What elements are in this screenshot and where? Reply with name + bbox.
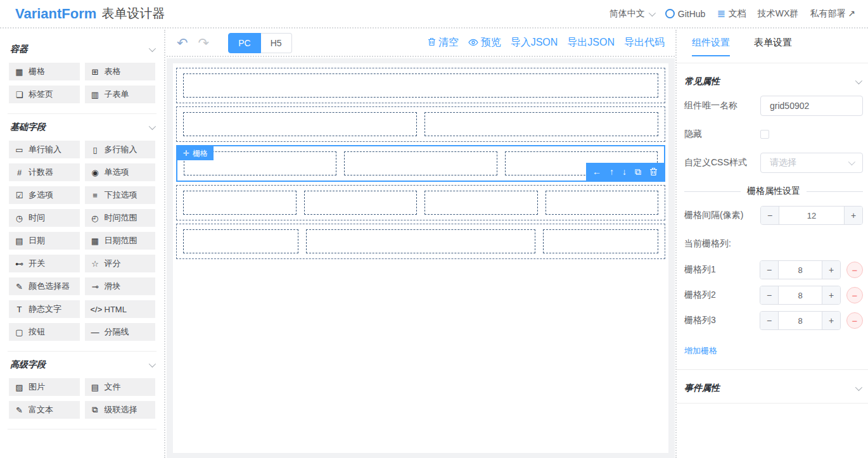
widget-item-textarea[interactable]: ▯多行输入 bbox=[85, 141, 156, 158]
app-header: VariantForm 表单设计器 简体中文 GitHub≣文档技术WX群私有部… bbox=[0, 0, 868, 29]
widget-item-time[interactable]: ◷时间 bbox=[9, 209, 80, 227]
grid-column[interactable] bbox=[543, 229, 658, 253]
widget-item-number[interactable]: #计数器 bbox=[9, 163, 80, 181]
widget-item-date-range[interactable]: ▦日期范围 bbox=[85, 232, 156, 250]
grid-icon: ▦ bbox=[15, 67, 24, 77]
undo-icon[interactable]: ↶ bbox=[177, 36, 188, 49]
grid-container-1[interactable] bbox=[176, 68, 665, 103]
grid-column[interactable] bbox=[546, 191, 659, 215]
toolbar-action-4[interactable]: 导出JSON bbox=[567, 36, 615, 49]
grid-container-2[interactable] bbox=[176, 106, 665, 142]
remove-col-button[interactable]: − bbox=[846, 312, 863, 329]
widget-item-select[interactable]: ≡下拉选项 bbox=[85, 186, 156, 204]
panel-divider bbox=[677, 63, 868, 63]
redo-icon[interactable]: ↷ bbox=[198, 36, 210, 49]
toolbar-action-label: 导出JSON bbox=[567, 36, 615, 49]
section-header-1[interactable]: 容器 bbox=[10, 42, 154, 56]
docs-icon: ≣ bbox=[717, 9, 725, 19]
widget-item-cascader[interactable]: ⧉级联选择 bbox=[85, 401, 156, 419]
selected-widget-tag[interactable]: ✛栅格 bbox=[177, 146, 214, 160]
widget-item-slider[interactable]: ⊸滑块 bbox=[85, 277, 156, 295]
increase-button[interactable]: + bbox=[822, 312, 840, 329]
widget-item-time-range[interactable]: ◴时间范围 bbox=[85, 209, 156, 227]
widget-item-static-text[interactable]: T静态文字 bbox=[9, 300, 80, 318]
unique-name-input[interactable] bbox=[760, 96, 863, 116]
form-canvas[interactable]: ✛栅格←↑↓⧉ bbox=[173, 63, 668, 453]
grid-column[interactable] bbox=[183, 191, 297, 215]
device-tab-h5[interactable]: H5 bbox=[261, 33, 292, 53]
widget-item-switch[interactable]: ⊷开关 bbox=[9, 255, 80, 272]
grid-column[interactable] bbox=[424, 112, 658, 136]
date-icon: ▤ bbox=[15, 236, 24, 246]
widget-item-table[interactable]: ⊞表格 bbox=[85, 63, 156, 80]
toolbar-action-2[interactable]: 预览 bbox=[468, 36, 501, 49]
widget-item-label: 时间范围 bbox=[105, 212, 137, 224]
grid-column[interactable] bbox=[183, 112, 417, 136]
tab-form-settings[interactable]: 表单设置 bbox=[754, 30, 792, 56]
panel-divider bbox=[677, 369, 868, 370]
remove-col-button[interactable]: − bbox=[846, 287, 863, 303]
hidden-checkbox[interactable] bbox=[760, 130, 769, 139]
toolbar-action-3[interactable]: 导入JSON bbox=[511, 36, 558, 49]
grid-container-4[interactable] bbox=[176, 185, 665, 220]
widget-item-checkbox[interactable]: ☑多选项 bbox=[9, 186, 80, 204]
widget-item-input[interactable]: ▭单行输入 bbox=[9, 141, 80, 158]
trash-icon[interactable] bbox=[649, 167, 658, 176]
tab-widget-settings[interactable]: 组件设置 bbox=[692, 30, 730, 56]
section-header-3[interactable]: 高级字段 bbox=[10, 358, 154, 372]
grid-column[interactable] bbox=[424, 191, 538, 215]
panel-divider bbox=[677, 403, 868, 404]
grid-column[interactable] bbox=[344, 151, 497, 175]
grid-props-divider: 栅格属性设置 bbox=[684, 186, 863, 197]
custom-css-select[interactable]: 请选择 bbox=[760, 153, 863, 173]
device-tab-pc[interactable]: PC bbox=[228, 33, 260, 53]
common-props-header[interactable]: 常见属性 bbox=[684, 76, 860, 87]
event-props-header[interactable]: 事件属性 bbox=[684, 383, 860, 394]
decrease-button[interactable]: − bbox=[760, 286, 779, 304]
grid-column[interactable] bbox=[306, 229, 535, 253]
widget-item-divider[interactable]: —分隔线 bbox=[85, 323, 156, 341]
nav-link-3[interactable]: 技术WX群 bbox=[758, 8, 799, 20]
nav-link-4[interactable]: 私有部署 ↗ bbox=[810, 8, 855, 20]
gutter-value[interactable]: 12 bbox=[779, 207, 844, 224]
increase-button[interactable]: + bbox=[822, 261, 840, 279]
gutter-decrease-button[interactable]: − bbox=[761, 207, 779, 224]
section-header-2[interactable]: 基础字段 bbox=[10, 120, 154, 134]
arrow-down-icon[interactable]: ↓ bbox=[622, 167, 627, 177]
nav-link-2[interactable]: ≣文档 bbox=[717, 8, 746, 20]
widget-item-tab[interactable]: ❏标签页 bbox=[9, 86, 80, 103]
decrease-button[interactable]: − bbox=[760, 261, 779, 279]
grid-column[interactable] bbox=[183, 229, 298, 253]
grid-col-value[interactable]: 8 bbox=[779, 312, 822, 329]
decrease-button[interactable]: − bbox=[760, 312, 779, 329]
grid-container-5[interactable] bbox=[176, 224, 665, 259]
grid-container-3[interactable]: ✛栅格←↑↓⧉ bbox=[176, 145, 665, 182]
widget-item-html[interactable]: </>HTML bbox=[85, 300, 156, 318]
widget-item-rate[interactable]: ☆评分 bbox=[85, 255, 156, 272]
widget-item-button[interactable]: ▢按钮 bbox=[9, 323, 80, 341]
arrow-up-icon[interactable]: ↑ bbox=[610, 167, 614, 177]
grid-column[interactable] bbox=[183, 73, 658, 98]
widget-item-grid[interactable]: ▦栅格 bbox=[9, 63, 80, 80]
widget-item-picture[interactable]: ▨图片 bbox=[9, 378, 80, 396]
add-grid-col-link[interactable]: 增加栅格 bbox=[684, 345, 717, 357]
toolbar-action-1[interactable]: 清空 bbox=[428, 36, 459, 49]
widget-item-file[interactable]: ▤文件 bbox=[85, 378, 156, 396]
widget-item-label: 多行输入 bbox=[105, 144, 137, 155]
remove-col-button[interactable]: − bbox=[846, 262, 863, 278]
widget-item-date[interactable]: ▤日期 bbox=[9, 232, 80, 250]
language-selector[interactable]: 简体中文 bbox=[610, 8, 654, 20]
arrow-left-icon[interactable]: ← bbox=[592, 167, 601, 177]
widget-item-subform[interactable]: ▥子表单 bbox=[85, 86, 156, 103]
widget-item-color-picker[interactable]: ✎颜色选择器 bbox=[9, 277, 80, 295]
toolbar-action-5[interactable]: 导出代码 bbox=[624, 36, 665, 49]
widget-item-radio[interactable]: ◉单选项 bbox=[85, 163, 156, 181]
copy-icon[interactable]: ⧉ bbox=[635, 167, 641, 177]
grid-col-value[interactable]: 8 bbox=[779, 261, 822, 279]
increase-button[interactable]: + bbox=[822, 286, 840, 304]
gutter-increase-button[interactable]: + bbox=[844, 207, 862, 224]
grid-col-value[interactable]: 8 bbox=[779, 286, 822, 304]
grid-column[interactable] bbox=[304, 191, 418, 215]
widget-item-rich-editor[interactable]: ✎富文本 bbox=[9, 401, 80, 419]
nav-link-1[interactable]: GitHub bbox=[665, 9, 706, 19]
